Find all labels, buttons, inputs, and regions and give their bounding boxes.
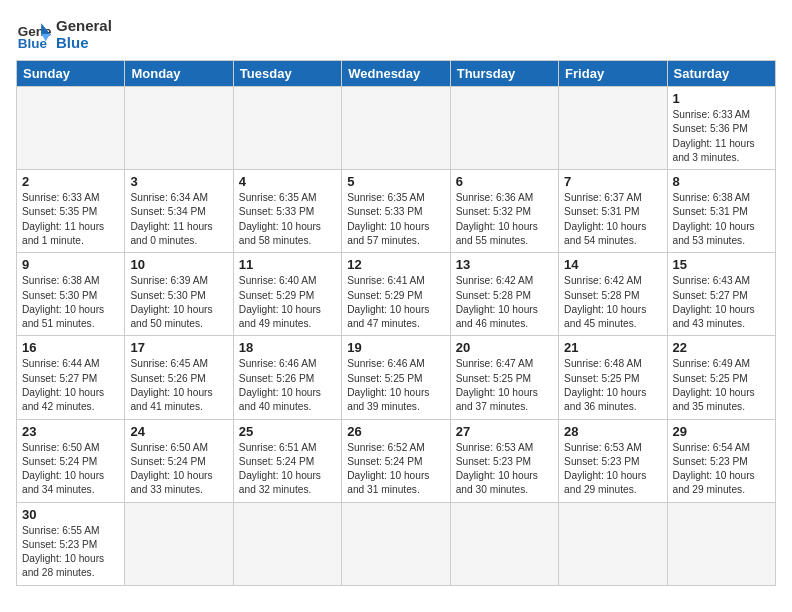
calendar-cell: 26Sunrise: 6:52 AMSunset: 5:24 PMDayligh… <box>342 419 450 502</box>
calendar-cell: 21Sunrise: 6:48 AMSunset: 5:25 PMDayligh… <box>559 336 667 419</box>
day-number: 8 <box>673 174 770 189</box>
calendar-cell <box>233 87 341 170</box>
day-info: Sunrise: 6:38 AMSunset: 5:30 PMDaylight:… <box>22 274 119 331</box>
calendar-header-row: SundayMondayTuesdayWednesdayThursdayFrid… <box>17 61 776 87</box>
day-number: 3 <box>130 174 227 189</box>
calendar-cell <box>17 87 125 170</box>
day-number: 21 <box>564 340 661 355</box>
calendar-cell <box>450 502 558 585</box>
day-number: 19 <box>347 340 444 355</box>
day-info: Sunrise: 6:50 AMSunset: 5:24 PMDaylight:… <box>130 441 227 498</box>
day-info: Sunrise: 6:55 AMSunset: 5:23 PMDaylight:… <box>22 524 119 581</box>
calendar-cell <box>125 502 233 585</box>
calendar-cell: 14Sunrise: 6:42 AMSunset: 5:28 PMDayligh… <box>559 253 667 336</box>
day-info: Sunrise: 6:42 AMSunset: 5:28 PMDaylight:… <box>564 274 661 331</box>
calendar-cell: 11Sunrise: 6:40 AMSunset: 5:29 PMDayligh… <box>233 253 341 336</box>
day-info: Sunrise: 6:48 AMSunset: 5:25 PMDaylight:… <box>564 357 661 414</box>
day-number: 23 <box>22 424 119 439</box>
logo: General Blue General Blue <box>16 16 112 52</box>
day-info: Sunrise: 6:37 AMSunset: 5:31 PMDaylight:… <box>564 191 661 248</box>
calendar-cell: 16Sunrise: 6:44 AMSunset: 5:27 PMDayligh… <box>17 336 125 419</box>
day-info: Sunrise: 6:40 AMSunset: 5:29 PMDaylight:… <box>239 274 336 331</box>
calendar-header-sunday: Sunday <box>17 61 125 87</box>
calendar-week-3: 9Sunrise: 6:38 AMSunset: 5:30 PMDaylight… <box>17 253 776 336</box>
day-number: 30 <box>22 507 119 522</box>
calendar-cell: 27Sunrise: 6:53 AMSunset: 5:23 PMDayligh… <box>450 419 558 502</box>
day-info: Sunrise: 6:38 AMSunset: 5:31 PMDaylight:… <box>673 191 770 248</box>
day-number: 15 <box>673 257 770 272</box>
day-info: Sunrise: 6:39 AMSunset: 5:30 PMDaylight:… <box>130 274 227 331</box>
day-number: 1 <box>673 91 770 106</box>
calendar-cell: 24Sunrise: 6:50 AMSunset: 5:24 PMDayligh… <box>125 419 233 502</box>
svg-text:Blue: Blue <box>18 36 48 51</box>
calendar: SundayMondayTuesdayWednesdayThursdayFrid… <box>16 60 776 586</box>
calendar-cell: 10Sunrise: 6:39 AMSunset: 5:30 PMDayligh… <box>125 253 233 336</box>
calendar-week-6: 30Sunrise: 6:55 AMSunset: 5:23 PMDayligh… <box>17 502 776 585</box>
day-number: 7 <box>564 174 661 189</box>
day-info: Sunrise: 6:33 AMSunset: 5:36 PMDaylight:… <box>673 108 770 165</box>
calendar-header-wednesday: Wednesday <box>342 61 450 87</box>
calendar-week-1: 1Sunrise: 6:33 AMSunset: 5:36 PMDaylight… <box>17 87 776 170</box>
calendar-cell: 4Sunrise: 6:35 AMSunset: 5:33 PMDaylight… <box>233 170 341 253</box>
day-number: 4 <box>239 174 336 189</box>
day-info: Sunrise: 6:51 AMSunset: 5:24 PMDaylight:… <box>239 441 336 498</box>
calendar-cell <box>233 502 341 585</box>
calendar-cell <box>559 87 667 170</box>
calendar-cell: 7Sunrise: 6:37 AMSunset: 5:31 PMDaylight… <box>559 170 667 253</box>
calendar-cell: 15Sunrise: 6:43 AMSunset: 5:27 PMDayligh… <box>667 253 775 336</box>
calendar-cell: 2Sunrise: 6:33 AMSunset: 5:35 PMDaylight… <box>17 170 125 253</box>
day-number: 17 <box>130 340 227 355</box>
day-info: Sunrise: 6:54 AMSunset: 5:23 PMDaylight:… <box>673 441 770 498</box>
day-number: 9 <box>22 257 119 272</box>
logo-icon: General Blue <box>16 16 52 52</box>
calendar-cell: 17Sunrise: 6:45 AMSunset: 5:26 PMDayligh… <box>125 336 233 419</box>
day-info: Sunrise: 6:41 AMSunset: 5:29 PMDaylight:… <box>347 274 444 331</box>
day-info: Sunrise: 6:43 AMSunset: 5:27 PMDaylight:… <box>673 274 770 331</box>
calendar-cell: 9Sunrise: 6:38 AMSunset: 5:30 PMDaylight… <box>17 253 125 336</box>
day-number: 29 <box>673 424 770 439</box>
calendar-week-4: 16Sunrise: 6:44 AMSunset: 5:27 PMDayligh… <box>17 336 776 419</box>
day-info: Sunrise: 6:47 AMSunset: 5:25 PMDaylight:… <box>456 357 553 414</box>
day-info: Sunrise: 6:46 AMSunset: 5:26 PMDaylight:… <box>239 357 336 414</box>
day-number: 20 <box>456 340 553 355</box>
calendar-cell: 23Sunrise: 6:50 AMSunset: 5:24 PMDayligh… <box>17 419 125 502</box>
calendar-cell <box>559 502 667 585</box>
page-header: General Blue General Blue <box>16 16 776 52</box>
calendar-cell: 28Sunrise: 6:53 AMSunset: 5:23 PMDayligh… <box>559 419 667 502</box>
day-info: Sunrise: 6:33 AMSunset: 5:35 PMDaylight:… <box>22 191 119 248</box>
calendar-header-saturday: Saturday <box>667 61 775 87</box>
day-number: 27 <box>456 424 553 439</box>
calendar-cell: 8Sunrise: 6:38 AMSunset: 5:31 PMDaylight… <box>667 170 775 253</box>
day-info: Sunrise: 6:53 AMSunset: 5:23 PMDaylight:… <box>564 441 661 498</box>
logo-text-general: General <box>56 17 112 34</box>
day-number: 14 <box>564 257 661 272</box>
day-number: 13 <box>456 257 553 272</box>
day-info: Sunrise: 6:52 AMSunset: 5:24 PMDaylight:… <box>347 441 444 498</box>
calendar-header-thursday: Thursday <box>450 61 558 87</box>
calendar-header-monday: Monday <box>125 61 233 87</box>
day-number: 2 <box>22 174 119 189</box>
calendar-cell <box>125 87 233 170</box>
day-number: 10 <box>130 257 227 272</box>
calendar-cell: 22Sunrise: 6:49 AMSunset: 5:25 PMDayligh… <box>667 336 775 419</box>
day-number: 24 <box>130 424 227 439</box>
day-number: 6 <box>456 174 553 189</box>
day-number: 25 <box>239 424 336 439</box>
calendar-cell: 12Sunrise: 6:41 AMSunset: 5:29 PMDayligh… <box>342 253 450 336</box>
day-info: Sunrise: 6:49 AMSunset: 5:25 PMDaylight:… <box>673 357 770 414</box>
day-info: Sunrise: 6:35 AMSunset: 5:33 PMDaylight:… <box>347 191 444 248</box>
day-info: Sunrise: 6:36 AMSunset: 5:32 PMDaylight:… <box>456 191 553 248</box>
calendar-cell: 5Sunrise: 6:35 AMSunset: 5:33 PMDaylight… <box>342 170 450 253</box>
calendar-week-2: 2Sunrise: 6:33 AMSunset: 5:35 PMDaylight… <box>17 170 776 253</box>
calendar-cell: 19Sunrise: 6:46 AMSunset: 5:25 PMDayligh… <box>342 336 450 419</box>
calendar-cell: 29Sunrise: 6:54 AMSunset: 5:23 PMDayligh… <box>667 419 775 502</box>
logo-text-blue: Blue <box>56 34 112 51</box>
day-number: 28 <box>564 424 661 439</box>
calendar-cell: 18Sunrise: 6:46 AMSunset: 5:26 PMDayligh… <box>233 336 341 419</box>
day-info: Sunrise: 6:44 AMSunset: 5:27 PMDaylight:… <box>22 357 119 414</box>
calendar-cell: 6Sunrise: 6:36 AMSunset: 5:32 PMDaylight… <box>450 170 558 253</box>
day-info: Sunrise: 6:42 AMSunset: 5:28 PMDaylight:… <box>456 274 553 331</box>
day-info: Sunrise: 6:35 AMSunset: 5:33 PMDaylight:… <box>239 191 336 248</box>
calendar-cell: 30Sunrise: 6:55 AMSunset: 5:23 PMDayligh… <box>17 502 125 585</box>
day-number: 11 <box>239 257 336 272</box>
